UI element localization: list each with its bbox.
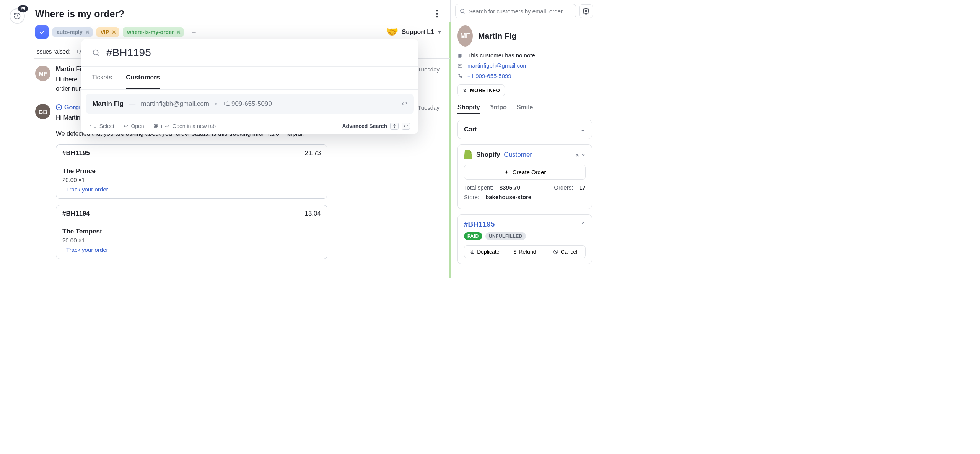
panel-title: Shopify — [476, 151, 500, 159]
create-order-button[interactable]: ＋ Create Order — [464, 165, 586, 180]
order-panel: #BH1195 ⌃ PAID UNFULFILLED Duplicate $ — [457, 214, 592, 264]
chevrons-down-icon — [462, 88, 467, 93]
search-modal: #BH1195 Tickets Customers Martin Fig — m… — [81, 39, 418, 134]
cart-panel: Cart ⌄ — [457, 120, 592, 139]
svg-point-0 — [436, 10, 438, 12]
check-icon — [39, 29, 46, 36]
button-label: Cancel — [561, 249, 578, 255]
store-value: bakehouse-store — [485, 194, 531, 200]
enter-icon: ↩ — [402, 100, 407, 108]
tag-row: auto-reply✕ VIP✕ where-is-my-order✕ ＋ 🤝 … — [35, 25, 441, 39]
customer-phone-row: +1 909-655-5099 — [457, 73, 592, 79]
add-tag-button[interactable]: ＋ — [190, 28, 197, 37]
order-number: #BH1195 — [62, 149, 90, 157]
sidebar-search-row: Search for customers by email, order — [451, 0, 597, 22]
button-label: Duplicate — [477, 249, 499, 255]
assignee-label: Support L1 — [402, 29, 434, 36]
svg-point-2 — [436, 16, 438, 18]
order-card: #BH1194 13.04 The Tempest 20.00 ×1 Track… — [56, 205, 327, 259]
customer-header: MF Martin Fig — [457, 25, 592, 47]
search-icon — [92, 49, 100, 57]
avatar: GB — [35, 104, 50, 119]
chevron-up-icon[interactable]: ⌃ — [581, 221, 586, 228]
track-order-link[interactable]: Track your order — [62, 186, 108, 193]
order-actions: Duplicate $ Refund Cancel — [464, 245, 586, 258]
result-phone: +1 909-655-5099 — [222, 100, 272, 108]
chevron-down-icon: ⌄ — [580, 125, 586, 133]
caret-down-icon: ▾ — [438, 28, 441, 36]
customer-note: This customer has no note. — [467, 52, 537, 58]
history-icon — [13, 12, 21, 20]
remove-tag-icon[interactable]: ✕ — [85, 29, 90, 35]
svg-point-1 — [436, 13, 438, 15]
customer-name: Martin Fig — [478, 31, 516, 41]
ticket-menu-button[interactable] — [433, 7, 441, 21]
shopify-customer-link[interactable]: Customer — [504, 151, 532, 159]
search-query-input[interactable]: #BH1195 — [106, 47, 151, 59]
tag-label: VIP — [101, 29, 109, 35]
message-time: Tuesday — [418, 104, 440, 111]
shopify-panel-header[interactable]: Shopify Customer — [458, 145, 592, 165]
button-label: Refund — [519, 249, 536, 255]
order-item-name: The Prince — [62, 167, 321, 175]
svg-line-11 — [98, 54, 99, 56]
history-button[interactable]: 29 — [10, 8, 25, 24]
search-result-item[interactable]: Martin Fig — martinfigbh@gmail.com • +1 … — [86, 94, 414, 114]
customer-email-link[interactable]: martinfigbh@gmail.com — [467, 62, 528, 69]
enter-key-icon: ↩ — [402, 123, 410, 130]
assignee-dropdown[interactable]: 🤝 Support L1 ▾ — [386, 26, 441, 38]
bot-icon — [56, 104, 62, 110]
tab-shopify[interactable]: Shopify — [457, 104, 480, 114]
modal-tab-customers[interactable]: Customers — [126, 67, 160, 89]
svg-point-3 — [461, 9, 464, 13]
status-paid-badge: PAID — [464, 232, 482, 240]
result-name: Martin Fig — [93, 100, 124, 108]
stats-row: Total spent: $395.70 Orders: 17 — [464, 184, 586, 191]
more-info-label: MORE INFO — [470, 88, 500, 93]
remove-tag-icon[interactable]: ✕ — [176, 29, 181, 35]
resolve-button[interactable] — [35, 25, 49, 39]
avatar: MF — [35, 66, 50, 81]
orders-value: 17 — [579, 184, 586, 191]
shopify-panel: Shopify Customer ＋ Create Order Total sp… — [457, 144, 592, 209]
total-spent-value: $395.70 — [500, 184, 520, 191]
order-item-line: 20.00 ×1 — [62, 177, 321, 183]
track-order-link[interactable]: Track your order — [62, 246, 108, 253]
order-number-link[interactable]: #BH1195 — [464, 220, 495, 229]
modal-tab-tickets[interactable]: Tickets — [92, 67, 112, 89]
advanced-search-label: Advanced Search — [342, 123, 387, 129]
order-card: #BH1195 21.73 The Prince 20.00 ×1 Track … — [56, 144, 327, 199]
svg-rect-7 — [470, 250, 473, 253]
panel-title: Cart — [464, 126, 477, 133]
customer-phone-link[interactable]: +1 909-655-5099 — [467, 73, 511, 79]
duplicate-button[interactable]: Duplicate — [464, 245, 505, 258]
dollar-icon: $ — [514, 249, 517, 255]
tag-where-is-my-order[interactable]: where-is-my-order✕ — [123, 27, 184, 37]
customer-sidebar: Search for customers by email, order MF … — [450, 0, 597, 278]
tag-label: auto-reply — [57, 29, 83, 35]
sidebar-settings-button[interactable] — [579, 4, 593, 18]
more-info-button[interactable]: MORE INFO — [457, 84, 505, 96]
advanced-search-link[interactable]: Advanced Search ⇧ ↩ — [342, 123, 410, 130]
svg-rect-6 — [471, 251, 474, 254]
sender-name: Martin Fig — [56, 66, 85, 73]
store-row: Store: bakehouse-store — [464, 194, 586, 200]
shopify-logo-icon — [464, 150, 472, 159]
note-icon — [457, 53, 464, 58]
customer-note-row: This customer has no note. — [457, 52, 592, 58]
orders-label: Orders: — [554, 184, 573, 191]
tab-smile[interactable]: Smile — [517, 104, 533, 114]
customer-email-row: martinfigbh@gmail.com — [457, 62, 592, 69]
refund-button[interactable]: $ Refund — [505, 245, 545, 258]
order-number: #BH1194 — [62, 210, 90, 217]
remove-tag-icon[interactable]: ✕ — [112, 29, 116, 35]
copy-icon — [469, 249, 475, 255]
phone-icon — [457, 73, 464, 79]
cart-panel-header[interactable]: Cart ⌄ — [458, 120, 592, 139]
tag-vip[interactable]: VIP✕ — [96, 27, 119, 37]
cancel-button[interactable]: Cancel — [545, 245, 586, 258]
tag-auto-reply[interactable]: auto-reply✕ — [52, 27, 93, 37]
order-amount: 21.73 — [304, 149, 321, 157]
tab-yotpo[interactable]: Yotpo — [490, 104, 507, 114]
customer-search-input[interactable]: Search for customers by email, order — [455, 4, 576, 18]
